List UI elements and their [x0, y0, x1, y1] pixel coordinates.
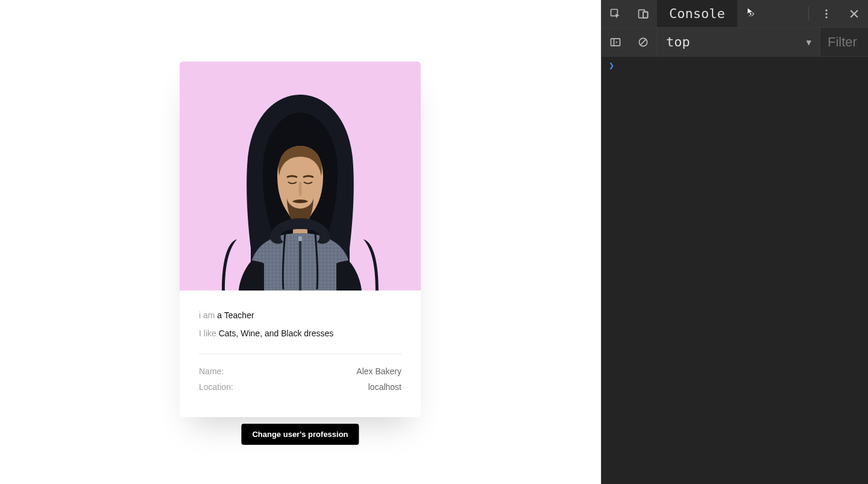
svg-point-9	[825, 9, 827, 11]
kv-row-name: Name: Alex Bakery	[199, 366, 401, 376]
console-toolbar: top ▼	[602, 28, 868, 57]
execution-context-selector[interactable]: top ▼	[657, 28, 820, 56]
svg-line-15	[640, 39, 646, 45]
change-profession-button[interactable]: Change user's profession	[241, 424, 359, 445]
tab-console[interactable]: Console	[657, 0, 737, 27]
execution-context-value: top	[666, 34, 690, 49]
svg-point-10	[825, 13, 827, 14]
kv-label: Location:	[199, 382, 233, 392]
svg-point-11	[825, 16, 827, 18]
iam-prefix: i am	[199, 310, 217, 320]
tabs-overflow-icon[interactable]	[737, 0, 765, 27]
ilike-value: Cats, Wine, and Black dresses	[219, 328, 334, 338]
devtools-tabbar: Console	[602, 0, 868, 28]
card-divider	[199, 354, 401, 354]
kv-value: localhost	[368, 382, 401, 392]
chevron-down-icon: ▼	[807, 37, 811, 47]
console-prompt-icon: ❯	[609, 60, 619, 71]
svg-rect-7	[643, 11, 648, 17]
kv-row-location: Location: localhost	[199, 382, 401, 392]
profile-card: i am a Teacher I like Cats, Wine, and Bl…	[180, 61, 421, 417]
svg-rect-4	[298, 236, 302, 241]
kebab-menu-icon[interactable]	[813, 0, 840, 27]
clear-console-icon[interactable]	[629, 36, 657, 48]
svg-rect-12	[611, 39, 620, 46]
devtools-panel: Console	[601, 0, 868, 484]
profile-photo	[180, 61, 421, 291]
kv-value: Alex Bakery	[356, 366, 401, 376]
inspect-element-icon[interactable]	[602, 0, 629, 27]
iam-value: a Teacher	[217, 310, 254, 320]
console-sidebar-toggle-icon[interactable]	[602, 36, 629, 48]
close-devtools-icon[interactable]	[840, 0, 868, 27]
ilike-line: I like Cats, Wine, and Black dresses	[199, 328, 401, 340]
ilike-prefix: I like	[199, 328, 219, 338]
console-output[interactable]: ❯	[602, 57, 868, 484]
iam-line: i am a Teacher	[199, 310, 401, 322]
kv-label: Name:	[199, 366, 224, 376]
svg-rect-3	[299, 236, 301, 291]
console-filter-input[interactable]	[820, 28, 868, 56]
device-toolbar-icon[interactable]	[629, 0, 657, 27]
